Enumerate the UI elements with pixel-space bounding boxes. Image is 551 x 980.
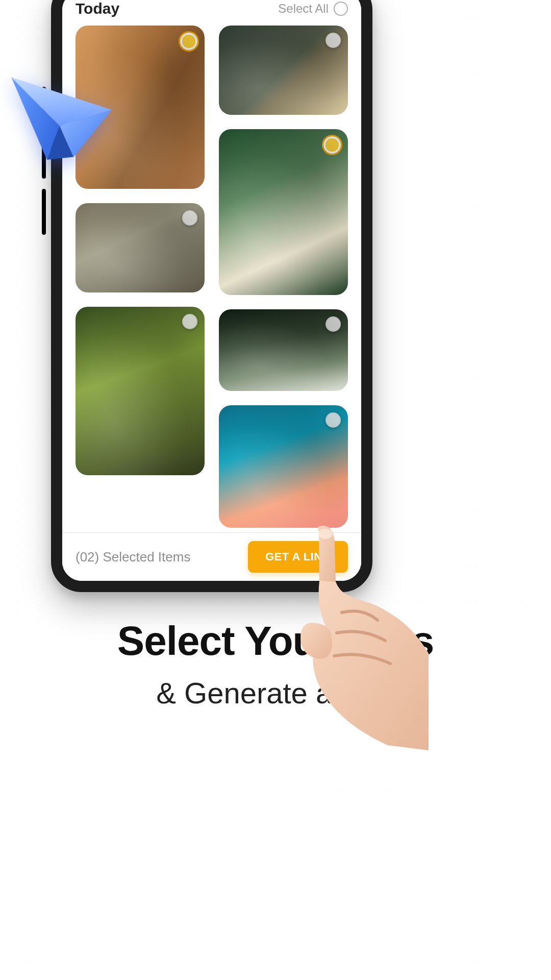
paper-plane-icon <box>6 61 122 169</box>
photo-thumbnail[interactable] <box>76 307 205 475</box>
select-all-control[interactable]: Select All <box>278 2 348 16</box>
gallery-column-right <box>219 26 348 528</box>
svg-point-4 <box>318 529 333 539</box>
selected-count-label: (02) Selected Items <box>76 549 190 565</box>
photo-thumbnail[interactable] <box>219 26 348 115</box>
select-all-label: Select All <box>278 2 329 16</box>
phone-side-button-3 <box>42 189 46 235</box>
photo-thumbnail[interactable] <box>219 405 348 528</box>
promo-subtitle: & Generate a Link <box>20 676 531 710</box>
section-title: Today <box>76 0 119 17</box>
selection-indicator-icon[interactable] <box>325 412 341 428</box>
photo-thumbnail[interactable] <box>219 309 348 391</box>
photo-thumbnail[interactable] <box>76 203 205 292</box>
selection-indicator-icon[interactable] <box>325 316 341 332</box>
pointing-hand-icon <box>296 526 429 750</box>
promo-text-block: Select Your Files & Generate a Link <box>0 618 551 710</box>
selection-indicator-icon[interactable] <box>182 210 197 226</box>
gallery-columns <box>76 26 348 528</box>
select-all-checkbox-icon[interactable] <box>334 2 348 16</box>
selection-indicator-icon[interactable] <box>323 136 341 154</box>
selection-indicator-icon[interactable] <box>182 314 197 329</box>
photo-thumbnail[interactable] <box>219 129 348 295</box>
selection-indicator-icon[interactable] <box>325 33 341 48</box>
selection-indicator-icon[interactable] <box>180 33 197 50</box>
gallery-header: Today Select All <box>62 0 361 26</box>
promo-title: Select Your Files <box>20 618 531 665</box>
